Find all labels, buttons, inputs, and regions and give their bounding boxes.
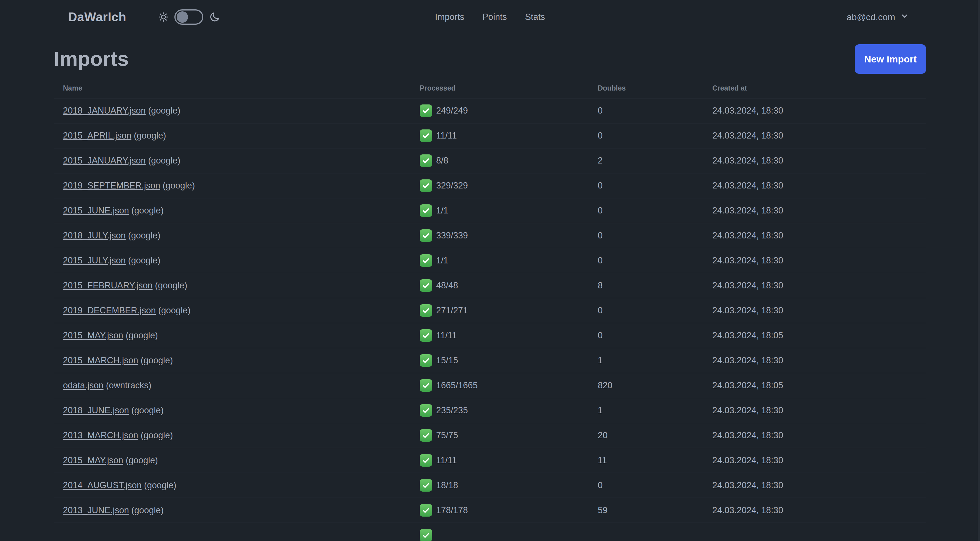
import-file-link[interactable]: 2015_MAY.json	[63, 330, 123, 340]
processed-cell: 11/11	[410, 123, 589, 148]
import-file-link[interactable]: 2015_FEBRUARY.json	[63, 281, 153, 290]
doubles-cell: 0	[589, 248, 703, 273]
theme-toggle[interactable]	[174, 10, 203, 25]
name-cell: odata.json (owntracks)	[54, 373, 410, 398]
import-file-link[interactable]: 2015_APRIL.json	[63, 131, 131, 140]
import-file-link[interactable]: 2015_JANUARY.json	[63, 156, 146, 166]
import-source: (google)	[131, 405, 164, 415]
processed-count: 178/178	[436, 505, 468, 515]
processed-cell: 11/11	[410, 323, 589, 348]
check-icon	[420, 429, 432, 442]
scrollbar[interactable]	[978, 0, 980, 541]
table-row: 2015_APRIL.json (google) 11/11 0 24.03.2…	[54, 123, 926, 148]
import-file-link[interactable]: 2014_AUGUST.json	[63, 480, 142, 490]
doubles-cell: 0	[589, 223, 703, 248]
created-at-cell: 24.03.2024, 18:30	[703, 448, 926, 473]
created-at-cell: 24.03.2024, 18:30	[703, 173, 926, 198]
import-source: (google)	[126, 330, 158, 340]
import-source: (google)	[128, 230, 161, 240]
table-row: 2018_JANUARY.json (google) 249/249 0 24.…	[54, 98, 926, 123]
doubles-cell: 0	[589, 123, 703, 148]
created-at-cell: 24.03.2024, 18:30	[703, 148, 926, 173]
processed-count: 18/18	[436, 480, 458, 490]
import-file-link[interactable]: 2015_JULY.json	[63, 255, 126, 265]
check-icon	[420, 479, 432, 492]
import-file-link[interactable]: 2013_JUNE.json	[63, 505, 129, 515]
import-file-link[interactable]: 2015_MARCH.json	[63, 355, 138, 365]
nav-link-imports[interactable]: Imports	[435, 12, 464, 22]
processed-cell: 235/235	[410, 398, 589, 423]
import-source: (google)	[134, 131, 166, 140]
main-content: Imports New import Name Processed Double…	[0, 44, 980, 541]
check-icon	[420, 404, 432, 417]
import-file-link[interactable]: 2015_MAY.json	[63, 455, 123, 465]
processed-cell: 48/48	[410, 273, 589, 298]
processed-count: 329/329	[436, 180, 468, 191]
import-source: (google)	[155, 281, 188, 290]
imports-table-body: 2018_JANUARY.json (google) 249/249 0 24.…	[54, 98, 926, 541]
processed-count: 15/15	[436, 355, 458, 365]
table-row: 2014_AUGUST.json (google) 18/18 0 24.03.…	[54, 473, 926, 498]
check-icon	[420, 504, 432, 517]
check-icon	[420, 229, 432, 242]
created-at-cell: 24.03.2024, 18:30	[703, 348, 926, 373]
app-logo[interactable]: DaWarIch	[68, 10, 126, 24]
import-source: (google)	[128, 255, 161, 265]
processed-count: 1/1	[436, 255, 448, 266]
processed-count: 1/1	[436, 206, 448, 216]
doubles-cell: 0	[589, 198, 703, 223]
user-menu[interactable]: ab@cd.com	[847, 12, 909, 22]
processed-cell: 18/18	[410, 473, 589, 498]
column-header-doubles: Doubles	[589, 77, 703, 98]
import-source: (google)	[131, 206, 164, 215]
created-at-cell: 24.03.2024, 18:30	[703, 498, 926, 523]
table-row: 2018_JULY.json (google) 339/339 0 24.03.…	[54, 223, 926, 248]
doubles-cell: 1	[589, 348, 703, 373]
import-file-link[interactable]: 2013_MARCH.json	[63, 430, 138, 440]
name-cell: 2018_JUNE.json (google)	[54, 398, 410, 423]
import-file-link[interactable]: 2018_JULY.json	[63, 230, 126, 240]
doubles-cell: 0	[589, 98, 703, 123]
import-file-link[interactable]: 2019_DECEMBER.json	[63, 305, 156, 315]
name-cell: 2015_MAY.json (google)	[54, 323, 410, 348]
table-row: 2015_MAY.json (google) 11/11 0 24.03.202…	[54, 323, 926, 348]
import-source: (google)	[131, 505, 164, 515]
created-at-cell: 24.03.2024, 18:30	[703, 398, 926, 423]
created-at-cell: 24.03.2024, 18:05	[703, 373, 926, 398]
nav-link-stats[interactable]: Stats	[525, 12, 545, 22]
processed-count: 11/11	[436, 455, 457, 466]
chevron-down-icon	[900, 12, 909, 22]
processed-cell: 8/8	[410, 148, 589, 173]
table-row: 2015_MARCH.json (google) 15/15 1 24.03.2…	[54, 348, 926, 373]
check-icon	[420, 379, 432, 392]
table-row: 2019_DECEMBER.json (google) 271/271 0 24…	[54, 298, 926, 323]
name-cell: 2015_MARCH.json (google)	[54, 348, 410, 373]
table-row: 2015_FEBRUARY.json (google) 48/48 8 24.0…	[54, 273, 926, 298]
table-row: 2013_MARCH.json (google) 75/75 20 24.03.…	[54, 423, 926, 448]
new-import-button[interactable]: New import	[855, 44, 926, 74]
check-icon	[420, 354, 432, 367]
import-source: (owntracks)	[106, 380, 151, 390]
table-row: 2013_JUNE.json (google) 178/178 59 24.03…	[54, 498, 926, 523]
created-at-cell: 24.03.2024, 18:30	[703, 248, 926, 273]
created-at-cell: 24.03.2024, 18:30	[703, 198, 926, 223]
import-source: (google)	[148, 156, 180, 166]
name-cell: 2014_AUGUST.json (google)	[54, 473, 410, 498]
import-file-link[interactable]: 2019_SEPTEMBER.json	[63, 180, 160, 190]
processed-cell: 271/271	[410, 298, 589, 323]
name-cell: 2015_FEBRUARY.json (google)	[54, 273, 410, 298]
processed-count: 339/339	[436, 230, 468, 241]
name-cell: 2019_DECEMBER.json (google)	[54, 298, 410, 323]
check-icon	[420, 254, 432, 267]
nav-link-points[interactable]: Points	[482, 12, 507, 22]
import-file-link[interactable]: 2018_JUNE.json	[63, 405, 129, 415]
page-title: Imports	[54, 48, 129, 70]
import-file-link[interactable]: 2015_JUNE.json	[63, 206, 129, 215]
table-row: 2019_SEPTEMBER.json (google) 329/329 0 2…	[54, 173, 926, 198]
import-file-link[interactable]: odata.json	[63, 380, 103, 390]
import-file-link[interactable]: 2018_JANUARY.json	[63, 105, 146, 115]
check-icon	[420, 329, 432, 342]
doubles-cell: 11	[589, 448, 703, 473]
processed-cell: 249/249	[410, 98, 589, 123]
created-at-cell: 24.03.2024, 18:30	[703, 273, 926, 298]
